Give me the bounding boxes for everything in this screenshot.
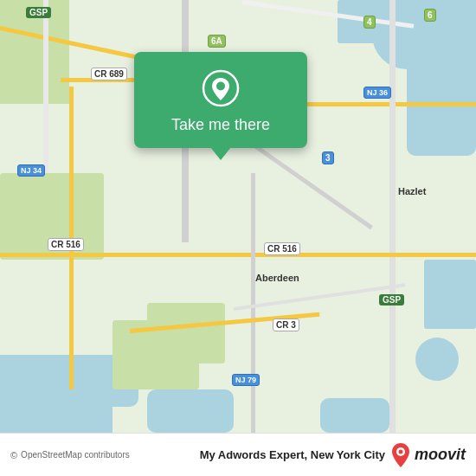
label-aberdeen: Aberdeen: [255, 273, 299, 283]
take-me-there-popup[interactable]: Take me there: [134, 52, 307, 148]
location-title: My Adwords Expert, New York City: [200, 448, 385, 461]
label-nj79: NJ 79: [232, 374, 260, 386]
label-gsp-bottom: GSP: [379, 294, 404, 306]
svg-point-1: [216, 82, 225, 91]
osm-contributors-text: OpenStreetMap contributors: [21, 450, 130, 460]
location-pin-icon: [202, 69, 240, 107]
moovit-brand-text: moovit: [415, 446, 466, 464]
moovit-logo: moovit: [390, 443, 466, 467]
label-nj4: 4: [363, 16, 376, 29]
road-gsp-right: [389, 0, 396, 433]
label-6a: 6A: [208, 35, 226, 48]
map-view: GSP CR 689 6A 4 6 NJ 36 3 NJ 34 CR 516 C…: [0, 0, 476, 433]
bottom-bar: © OpenStreetMap contributors My Adwords …: [0, 433, 476, 476]
water-body-8: [147, 389, 234, 433]
road-v-right: [251, 173, 255, 433]
app-branding: My Adwords Expert, New York City moovit: [200, 443, 466, 467]
popup-label: Take me there: [171, 116, 270, 134]
label-nj6: 6: [424, 9, 436, 22]
label-nj36: NJ 36: [363, 87, 391, 99]
label-hazlet: Hazlet: [398, 186, 426, 196]
osm-attribution: © OpenStreetMap contributors: [10, 450, 130, 460]
label-cr689: CR 689: [91, 68, 127, 80]
road-gsp-v: [43, 0, 48, 173]
label-gsp-top: GSP: [26, 7, 51, 18]
label-cr516-right: CR 516: [264, 242, 300, 255]
label-cr3: CR 3: [273, 318, 299, 331]
moovit-pin-icon: [390, 443, 411, 467]
copyright-symbol: ©: [10, 450, 17, 460]
water-body-9: [320, 398, 389, 433]
green-area-4: [147, 303, 225, 363]
water-body-7: [415, 338, 459, 381]
svg-point-3: [398, 449, 402, 453]
label-nj3: 3: [322, 151, 334, 164]
label-nj34: NJ 34: [17, 164, 45, 177]
label-cr516-left: CR 516: [48, 238, 84, 251]
road-cr516: [0, 253, 476, 257]
water-body-6: [424, 260, 476, 329]
